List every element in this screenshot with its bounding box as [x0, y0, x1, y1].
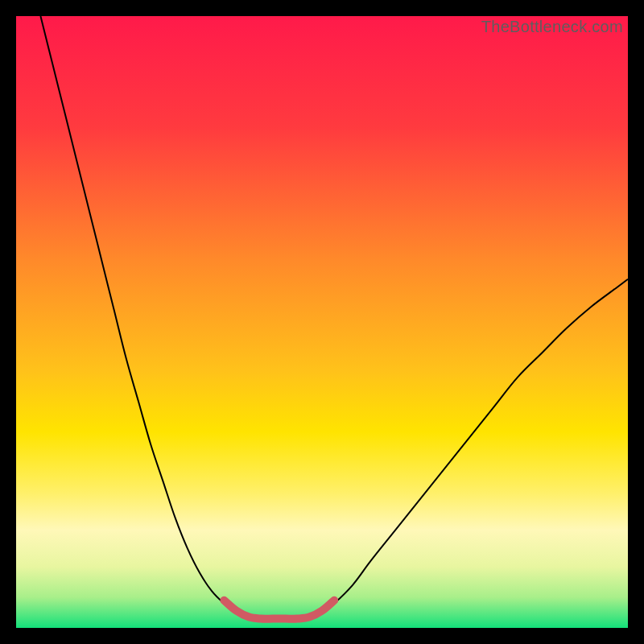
chart-frame: TheBottleneck.com: [16, 16, 628, 628]
gradient-background: [16, 16, 628, 628]
watermark-text: TheBottleneck.com: [481, 18, 623, 36]
chart-svg: [16, 16, 628, 628]
